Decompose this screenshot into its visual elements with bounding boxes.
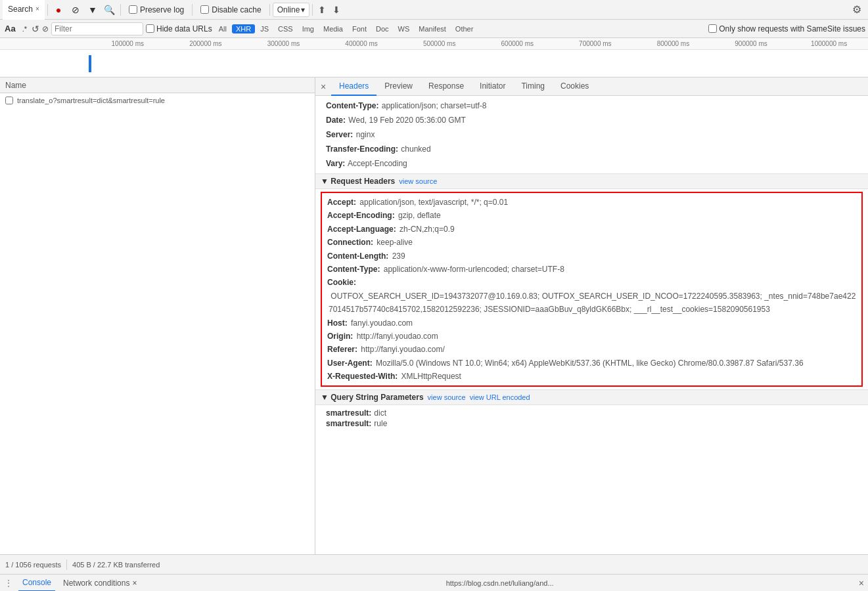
ruler-mark-3: 400000 ms xyxy=(323,40,401,47)
query-string-title: ▼ Query String Parameters xyxy=(321,393,424,402)
ruler-mark-0: 100000 ms xyxy=(89,40,167,47)
filter-reload-button[interactable]: ↺ xyxy=(32,24,39,34)
view-source-link[interactable]: view source xyxy=(399,177,437,185)
qs-view-url-encoded-link[interactable]: view URL encoded xyxy=(470,393,530,401)
sep3 xyxy=(192,4,193,16)
settings-button[interactable]: ⚙ xyxy=(848,3,865,16)
filter-type-all[interactable]: All xyxy=(215,24,231,33)
filter-type-doc[interactable]: Doc xyxy=(372,24,393,33)
filter-type-other[interactable]: Other xyxy=(451,24,478,33)
disable-cache-wrap: Disable cache xyxy=(195,5,266,14)
timeline-content xyxy=(0,50,868,77)
filter-type-media[interactable]: Media xyxy=(319,24,347,33)
upload-button[interactable]: ⬆ xyxy=(315,5,329,15)
timeline-ruler: 100000 ms 200000 ms 300000 ms 400000 ms … xyxy=(0,38,868,50)
console-tab[interactable]: Console xyxy=(18,575,55,592)
ruler-mark-6: 700000 ms xyxy=(557,40,635,47)
search-tab[interactable]: Search × xyxy=(3,0,45,20)
download-button[interactable]: ⬇ xyxy=(330,5,343,15)
filter-type-manifest[interactable]: Manifest xyxy=(415,24,450,33)
tab-cookies[interactable]: Cookies xyxy=(553,77,597,96)
tab-headers[interactable]: Headers xyxy=(331,77,377,96)
tab-preview[interactable]: Preview xyxy=(377,77,421,96)
filter-type-js[interactable]: JS xyxy=(256,24,273,33)
request-header-row: X-Requested-With: XMLHttpRequest xyxy=(327,370,856,383)
preserve-log-label: Preserve log xyxy=(140,5,184,14)
console-tab-label: Console xyxy=(22,578,51,587)
search-tab-label: Search xyxy=(8,5,33,14)
hide-data-urls-wrap: Hide data URLs xyxy=(146,24,212,33)
filter-type-xhr[interactable]: XHR xyxy=(232,24,255,33)
ruler-mark-1: 200000 ms xyxy=(167,40,245,47)
filter-button[interactable]: ▼ xyxy=(85,2,101,18)
same-site-wrap: Only show requests with SameSite issues xyxy=(708,24,865,33)
response-header-row: Content-Type: application/json; charset=… xyxy=(315,98,868,113)
request-name: translate_o?smartresult=dict&smartresult… xyxy=(17,97,165,104)
filter-type-img[interactable]: Img xyxy=(298,24,318,33)
record-button[interactable]: ● xyxy=(51,2,66,18)
ruler-mark-9: 1000000 ms xyxy=(790,40,868,47)
request-header-row: User-Agent: Mozilla/5.0 (Windows NT 10.0… xyxy=(327,357,856,370)
sep4 xyxy=(269,4,270,16)
filter-type-css[interactable]: CSS xyxy=(274,24,297,33)
filter-clear-button[interactable]: ⊘ xyxy=(42,24,49,33)
panel-content: Content-Type: application/json; charset=… xyxy=(315,96,868,554)
query-string-section-title[interactable]: ▼ Query String Parameters view source vi… xyxy=(315,389,868,405)
network-conditions-close-icon[interactable]: × xyxy=(132,579,137,588)
tab-response[interactable]: Response xyxy=(421,77,472,96)
response-header-row: Vary: Accept-Encoding xyxy=(315,156,868,171)
same-site-label: Only show requests with SameSite issues xyxy=(719,24,865,33)
console-toolbar: ⋮ Console Network conditions × https://b… xyxy=(0,574,868,591)
online-select[interactable]: Online ▾ xyxy=(273,3,310,17)
qs-param-row: smartresult:rule xyxy=(326,418,857,429)
request-header-row: Connection: keep-alive xyxy=(327,236,856,249)
grip-icon: ⋮ xyxy=(4,578,13,588)
hide-data-urls-checkbox[interactable] xyxy=(146,24,154,33)
top-toolbar: Search × ● ⊘ ▼ 🔍 Preserve log Disable ca… xyxy=(0,0,868,20)
data-transferred: 405 B / 22.7 KB transferred xyxy=(72,561,160,569)
stop-button[interactable]: ⊘ xyxy=(68,2,83,18)
filter-input[interactable] xyxy=(55,24,133,33)
qs-view-source-link[interactable]: view source xyxy=(428,393,466,401)
search-tab-close[interactable]: × xyxy=(35,5,39,12)
qs-param-row: smartresult:dict xyxy=(326,408,857,418)
request-header-row: Accept: application/json, text/javascrip… xyxy=(327,196,856,209)
preserve-log-checkbox[interactable] xyxy=(129,5,137,14)
right-panel: × Headers Preview Response Initiator Tim… xyxy=(315,77,868,554)
timeline-blue-bar xyxy=(89,55,91,72)
filter-toolbar: Aa .* ↺ ⊘ Hide data URLs All XHR JS CSS … xyxy=(0,20,868,38)
filter-regex-button[interactable]: .* xyxy=(20,25,29,33)
sep2 xyxy=(120,4,121,16)
console-close-button[interactable]: × xyxy=(859,578,864,588)
filter-type-ws[interactable]: WS xyxy=(394,24,414,33)
request-headers-section-title[interactable]: ▼ Request Headers view source xyxy=(315,173,868,189)
ruler-mark-2: 300000 ms xyxy=(244,40,323,47)
filter-type-font[interactable]: Font xyxy=(348,24,371,33)
tabs-row: × Headers Preview Response Initiator Tim… xyxy=(315,77,868,96)
network-conditions-tab[interactable]: Network conditions × xyxy=(59,575,141,592)
response-header-row: Date: Wed, 19 Feb 2020 05:36:00 GMT xyxy=(315,113,868,127)
bottom-bar: 1 / 1056 requests 405 B / 22.7 KB transf… xyxy=(0,554,868,574)
same-site-checkbox[interactable] xyxy=(708,24,717,33)
tab-timing[interactable]: Timing xyxy=(513,77,553,96)
disable-cache-checkbox[interactable] xyxy=(200,5,209,14)
ruler-mark-8: 900000 ms xyxy=(712,40,790,47)
response-header-row: Server: nginx xyxy=(315,127,868,142)
request-header-row: Cookie: OUTFOX_SEARCH_USER_ID=1943732077… xyxy=(327,276,856,316)
filter-aa-button[interactable]: Aa xyxy=(3,24,18,33)
query-string-params: smartresult:dictsmartresult:rule xyxy=(315,405,868,431)
search-button[interactable]: 🔍 xyxy=(102,2,118,18)
ruler-mark-4: 500000 ms xyxy=(400,40,478,47)
request-headers-title: ▼ Request Headers xyxy=(321,177,395,186)
timeline-bar: 100000 ms 200000 ms 300000 ms 400000 ms … xyxy=(0,38,868,77)
close-panel-button[interactable]: × xyxy=(315,79,331,95)
tab-initiator[interactable]: Initiator xyxy=(472,77,513,96)
table-row[interactable]: translate_o?smartresult=dict&smartresult… xyxy=(0,93,315,108)
hide-data-urls-label: Hide data URLs xyxy=(156,24,212,33)
request-header-row: Content-Length: 239 xyxy=(327,250,856,263)
filter-input-wrap xyxy=(51,22,143,35)
request-row-checkbox[interactable] xyxy=(5,97,13,104)
left-panel: Name translate_o?smartresult=dict&smartr… xyxy=(0,77,315,554)
requests-count: 1 / 1056 requests xyxy=(5,561,61,569)
request-header-row: Host: fanyi.youdao.com xyxy=(327,317,856,330)
